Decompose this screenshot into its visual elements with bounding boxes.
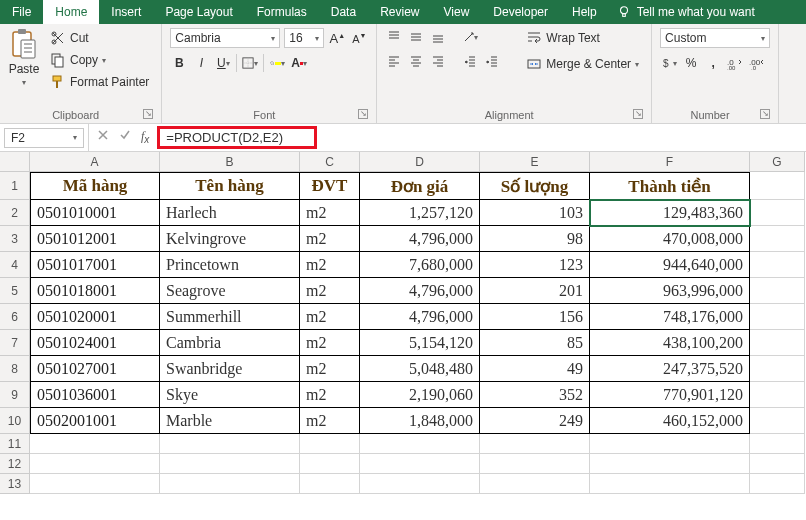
row-header[interactable]: 12 (0, 454, 30, 474)
select-all-corner[interactable] (0, 152, 30, 172)
cell[interactable]: 5,048,480 (360, 356, 480, 382)
cell[interactable]: 438,100,200 (590, 330, 750, 356)
cell[interactable]: m2 (300, 356, 360, 382)
cell[interactable]: 944,640,000 (590, 252, 750, 278)
cell[interactable]: 0502001001 (30, 408, 160, 434)
tell-me-search[interactable]: Tell me what you want (617, 0, 755, 24)
cancel-formula-button[interactable] (97, 129, 109, 145)
cell[interactable]: 470,008,000 (590, 226, 750, 252)
tab-insert[interactable]: Insert (99, 0, 153, 24)
cell[interactable] (360, 474, 480, 494)
tab-data[interactable]: Data (319, 0, 368, 24)
cell[interactable] (750, 408, 805, 434)
tab-file[interactable]: File (0, 0, 43, 24)
row-header[interactable]: 1 (0, 172, 30, 200)
align-bottom-button[interactable] (429, 28, 447, 46)
enter-formula-button[interactable] (119, 129, 131, 145)
cell[interactable] (750, 304, 805, 330)
cut-button[interactable]: Cut (46, 28, 153, 48)
font-launcher-icon[interactable]: ↘ (358, 109, 368, 119)
row-header[interactable]: 13 (0, 474, 30, 494)
align-middle-button[interactable] (407, 28, 425, 46)
cell[interactable]: 103 (480, 200, 590, 226)
cell[interactable]: 0501020001 (30, 304, 160, 330)
row-header[interactable]: 5 (0, 278, 30, 304)
cell[interactable] (30, 434, 160, 454)
row-header[interactable]: 6 (0, 304, 30, 330)
cell[interactable]: m2 (300, 304, 360, 330)
underline-button[interactable]: U▾ (214, 54, 232, 72)
cell[interactable]: 0501010001 (30, 200, 160, 226)
cell[interactable] (300, 454, 360, 474)
cell[interactable]: 0501036001 (30, 382, 160, 408)
increase-font-button[interactable]: A▲ (328, 29, 346, 47)
header-cell[interactable]: Số lượng (480, 172, 590, 200)
percent-format-button[interactable]: % (682, 54, 700, 72)
cell[interactable]: 247,375,520 (590, 356, 750, 382)
cell[interactable] (480, 454, 590, 474)
align-top-button[interactable] (385, 28, 403, 46)
cell[interactable]: Cambria (160, 330, 300, 356)
cell[interactable]: 4,796,000 (360, 226, 480, 252)
tab-formulas[interactable]: Formulas (245, 0, 319, 24)
paste-button[interactable]: Paste ▾ (8, 28, 40, 87)
cell[interactable]: m2 (300, 330, 360, 356)
accounting-format-button[interactable]: $▾ (660, 54, 678, 72)
cell[interactable]: 4,796,000 (360, 304, 480, 330)
cell[interactable] (590, 474, 750, 494)
cell[interactable]: 0501018001 (30, 278, 160, 304)
cell[interactable]: Kelvingrove (160, 226, 300, 252)
row-header[interactable]: 3 (0, 226, 30, 252)
cell[interactable]: 963,996,000 (590, 278, 750, 304)
tab-review[interactable]: Review (368, 0, 431, 24)
decrease-indent-button[interactable] (461, 52, 479, 70)
cell[interactable] (750, 200, 805, 226)
cell[interactable]: m2 (300, 278, 360, 304)
cell[interactable]: 460,152,000 (590, 408, 750, 434)
cell[interactable] (590, 434, 750, 454)
cell[interactable]: 2,190,060 (360, 382, 480, 408)
cell[interactable] (750, 278, 805, 304)
row-header[interactable]: 8 (0, 356, 30, 382)
cell[interactable]: 0501024001 (30, 330, 160, 356)
cell[interactable]: 49 (480, 356, 590, 382)
cell[interactable] (30, 474, 160, 494)
cell[interactable]: 0501027001 (30, 356, 160, 382)
tab-view[interactable]: View (432, 0, 482, 24)
align-center-button[interactable] (407, 52, 425, 70)
row-header[interactable]: 4 (0, 252, 30, 278)
cell[interactable]: Harlech (160, 200, 300, 226)
cell[interactable] (160, 454, 300, 474)
increase-indent-button[interactable] (483, 52, 501, 70)
tab-help[interactable]: Help (560, 0, 609, 24)
cell[interactable]: 98 (480, 226, 590, 252)
row-header[interactable]: 10 (0, 408, 30, 434)
cell[interactable] (750, 382, 805, 408)
cell[interactable]: m2 (300, 226, 360, 252)
cell[interactable]: 249 (480, 408, 590, 434)
align-left-button[interactable] (385, 52, 403, 70)
cell[interactable] (360, 454, 480, 474)
number-launcher-icon[interactable]: ↘ (760, 109, 770, 119)
column-header-B[interactable]: B (160, 152, 300, 172)
header-cell[interactable]: Tên hàng (160, 172, 300, 200)
cell[interactable] (750, 474, 805, 494)
cell[interactable]: Marble (160, 408, 300, 434)
cell[interactable]: 123 (480, 252, 590, 278)
row-header[interactable]: 7 (0, 330, 30, 356)
header-cell[interactable] (750, 172, 805, 200)
insert-function-button[interactable]: fx (141, 129, 149, 145)
cell[interactable]: 1,257,120 (360, 200, 480, 226)
header-cell[interactable]: ĐVT (300, 172, 360, 200)
decrease-font-button[interactable]: A▼ (350, 29, 368, 47)
cell[interactable]: m2 (300, 382, 360, 408)
tab-page-layout[interactable]: Page Layout (153, 0, 244, 24)
borders-button[interactable]: ▾ (241, 54, 259, 72)
column-header-D[interactable]: D (360, 152, 480, 172)
cell[interactable]: 1,848,000 (360, 408, 480, 434)
cell[interactable] (750, 434, 805, 454)
header-cell[interactable]: Mã hàng (30, 172, 160, 200)
font-name-select[interactable]: Cambria▾ (170, 28, 280, 48)
row-header[interactable]: 2 (0, 200, 30, 226)
cell[interactable] (300, 474, 360, 494)
